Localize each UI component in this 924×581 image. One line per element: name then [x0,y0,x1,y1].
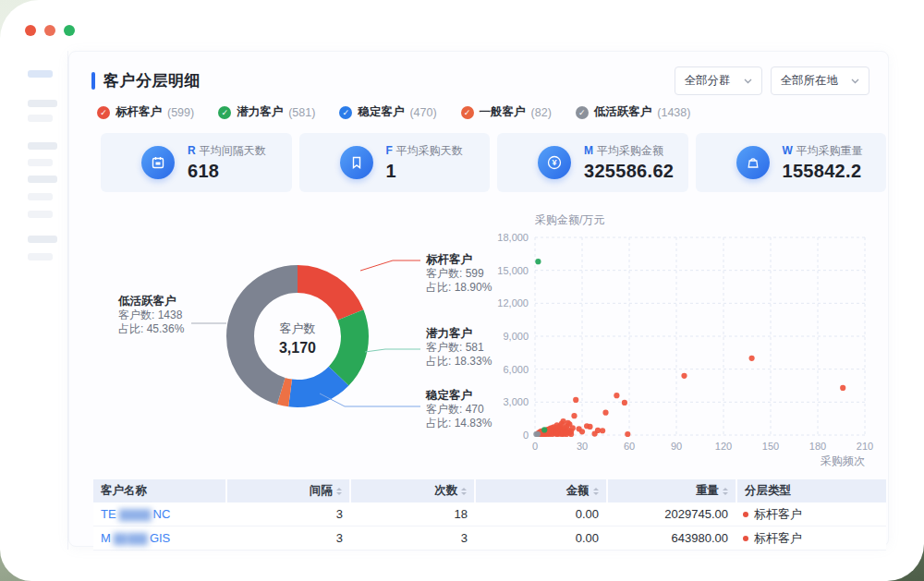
scatter-point-标杆客户[interactable] [600,428,605,433]
cell-amount: 0.00 [475,502,606,526]
scatter-point-标杆客户[interactable] [622,400,627,405]
customer-name-suffix: NC [153,507,171,521]
column-header-间隔[interactable]: 间隔 [227,479,348,502]
scatter-point-标杆客户[interactable] [614,393,619,398]
card-letter: M [584,144,593,157]
legend-item[interactable]: ✓潜力客户(581) [218,104,315,120]
scatter-point-标杆客户[interactable] [579,429,585,434]
location-filter-select[interactable]: 全部所在地 [771,67,870,95]
table-body: TE█████NC3180.002029745.00标杆客户M██ ███GIS… [93,502,886,551]
customer-name-link[interactable]: M██ ███GIS [101,531,170,545]
segment-type-label: 标杆客户 [754,530,802,547]
scatter-point-标杆客户[interactable] [681,373,687,379]
x-axis-title: 采购频次 [821,454,865,467]
legend-count: (1438) [657,106,690,119]
scatter-point-标杆客户[interactable] [625,431,630,437]
scatter-point-标杆客户[interactable] [587,424,592,430]
legend-item[interactable]: ✓标杆客户(599) [97,104,194,120]
customer-name-prefix: TE [101,507,116,521]
cell-times: 3 [350,527,475,550]
customer-table: 客户名称间隔次数金额重量分层类型 TE█████NC3180.002029745… [93,479,886,551]
check-circle-icon: ✓ [461,106,474,119]
callout-count: 客户数: 470 [426,403,492,417]
chevron-down-icon [851,79,859,84]
minimize-window-button[interactable] [44,25,55,36]
x-tick-label: 0 [532,441,538,452]
donut-center-text: 3,170 [279,340,316,356]
segment-filter-select[interactable]: 全部分群 [675,67,762,95]
callout-benchmark: 标杆客户 客户数: 599 占比: 18.90% [426,253,492,295]
donut-chart[interactable]: 客户数3,170 标杆客户 客户数: 599 占比: 18.90% 潜力客户 客… [88,213,522,481]
x-tick-label: 30 [577,441,588,452]
card-label: 平均间隔天数 [200,144,266,157]
scatter-chart-svg[interactable]: 03,0006,0009,00012,00015,00018,000030609… [494,213,890,490]
stat-cards-row: R平均间隔天数 618 F平均采购天数 1 ¥ [101,133,886,192]
legend-count: (599) [167,106,194,119]
check-circle-icon: ✓ [218,106,231,119]
bookmark-icon [340,146,373,179]
stat-card-weight: W平均采购重量 155842.2 [696,133,887,192]
segment-type-label: 标杆客户 [754,506,802,523]
sidebar-skeleton-bar [28,115,53,122]
calendar-icon [141,146,175,179]
card-label: 平均采购金额 [597,144,663,157]
column-header-label: 重量 [696,483,719,499]
card-value: 325586.62 [584,161,674,182]
scatter-point-标杆客户[interactable] [573,397,578,403]
segment-dot-icon [743,536,748,541]
table-row[interactable]: TE█████NC3180.002029745.00标杆客户 [93,502,886,527]
y-tick-label: 15,000 [497,265,529,276]
yen-icon: ¥ [538,146,571,179]
scatter-point-标杆客户[interactable] [568,431,574,437]
scatter-point-标杆客户[interactable] [570,425,576,430]
column-header-金额[interactable]: 金额 [476,479,605,502]
sort-icon[interactable] [593,485,599,498]
legend-item[interactable]: ✓低活跃客户(1438) [576,104,691,120]
customer-name-suffix: GIS [150,531,170,545]
sort-icon[interactable] [461,485,467,498]
scatter-point-潜力客户[interactable] [535,259,541,264]
legend-item[interactable]: ✓一般客户(82) [461,104,552,120]
close-window-button[interactable] [25,25,36,36]
scatter-point-标杆客户[interactable] [749,356,755,361]
sidebar-skeleton-bar [28,193,53,200]
legend-row: ✓标杆客户(599)✓潜力客户(581)✓稳定客户(470)✓一般客户(82)✓… [97,104,690,120]
scatter-point-标杆客户[interactable] [840,385,845,391]
y-tick-label: 9,000 [503,331,529,342]
column-header-label: 次数 [434,483,457,499]
cell-segment-type: 标杆客户 [736,502,886,526]
legend-count: (470) [409,106,436,119]
donut-center-text: 客户数 [280,321,316,335]
title-accent-bar [91,72,95,90]
card-value: 618 [188,161,266,182]
scatter-point-标杆客户[interactable] [571,413,577,418]
sort-icon[interactable] [723,485,728,498]
legend-item[interactable]: ✓稳定客户(470) [339,104,436,120]
customer-name-prefix: M [101,531,111,545]
legend-label: 标杆客户 [116,104,162,120]
stat-card-frequency: F平均采购天数 1 [299,133,491,192]
cell-times: 18 [350,502,475,526]
scatter-point-标杆客户[interactable] [602,410,608,416]
scatter-point-低活跃客户[interactable] [535,431,541,437]
cell-interval: 3 [227,527,350,550]
x-tick-label: 60 [624,441,635,452]
scatter-chart[interactable]: 03,0006,0009,00012,00015,00018,000030609… [494,213,890,490]
table-row[interactable]: M██ ███GIS330.00643980.00标杆客户 [93,527,886,551]
legend-label: 低活跃客户 [594,104,652,120]
callout-pct: 占比: 14.83% [426,417,492,430]
column-header-重量[interactable]: 重量 [608,479,736,502]
legend-label: 一般客户 [480,104,526,120]
zoom-window-button[interactable] [64,25,75,36]
sort-icon[interactable] [336,485,342,498]
scatter-point-潜力客户[interactable] [541,427,547,432]
callout-count: 客户数: 1438 [118,309,184,322]
column-header-次数[interactable]: 次数 [351,479,474,502]
x-tick-label: 180 [809,441,826,452]
customer-name-link[interactable]: TE█████NC [101,507,170,521]
y-axis-title: 采购金额/万元 [535,213,604,226]
x-tick-label: 120 [715,441,732,452]
cell-segment-type: 标杆客户 [736,527,886,550]
sidebar-skeleton [0,51,68,550]
column-header-label: 客户名称 [101,483,147,499]
